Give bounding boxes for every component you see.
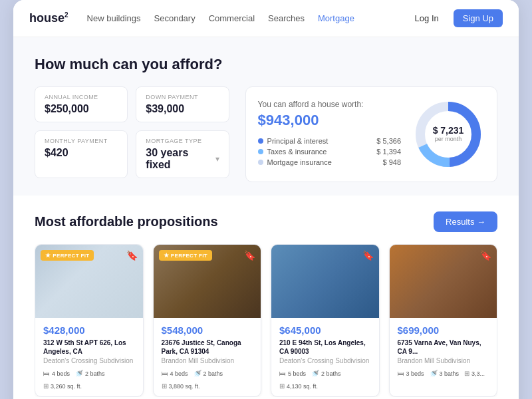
sqft-1: ⊞3,260 sq. ft.	[43, 382, 82, 390]
bath-icon-3: 🚿	[311, 370, 319, 377]
beds-1: 🛏4 beds	[43, 370, 70, 377]
card-subdivision-2: Brandon Mill Subdivision	[162, 357, 253, 364]
breakdown-taxes: Taxes & insurance $ 1,394	[258, 148, 401, 156]
annual-income-value: $250,000	[45, 103, 118, 115]
down-payment-value: $39,000	[146, 103, 219, 115]
logo[interactable]: house2	[29, 11, 68, 25]
perfect-fit-badge-2: ★ PERFECT FIT	[159, 250, 212, 261]
baths-2: 🚿2 baths	[194, 370, 223, 377]
nav-commercial[interactable]: Commercial	[209, 12, 255, 25]
bed-icon: 🛏	[43, 370, 50, 377]
app-container: house2 New buildings Secondary Commercia…	[13, 0, 519, 399]
area-icon-2: ⊞	[162, 382, 167, 390]
card-price-1: $428,000	[43, 325, 135, 336]
property-card-3[interactable]: 🔖 $645,000 210 E 94th St, Los Angeles, C…	[271, 244, 380, 397]
nav-searches[interactable]: Searches	[268, 12, 305, 25]
nav-mortgage[interactable]: Mortgage	[318, 12, 354, 25]
breakdown-mortgage-insurance: Mortgage insurance $ 948	[258, 158, 401, 166]
bath-icon: 🚿	[75, 370, 83, 377]
area-icon-4: ⊞	[464, 370, 469, 377]
annual-income-field[interactable]: ANNUAL INCOME $250,000	[35, 86, 128, 122]
card-price-3: $645,000	[279, 325, 371, 336]
perfect-fit-badge-1: ★ PERFECT FIT	[41, 250, 94, 261]
mortgage-type-value: 30 years fixed	[146, 147, 215, 171]
beds-2: 🛏4 beds	[162, 370, 188, 377]
property-card-2[interactable]: ★ PERFECT FIT 🔖 $548,000 23676 Justice S…	[153, 244, 262, 397]
baths-4: 🚿3 baths	[430, 370, 460, 377]
card-image-4: 🔖	[390, 245, 497, 318]
sqft-2: ⊞3,880 sq. ft.	[162, 382, 200, 390]
header: house2 New buildings Secondary Commercia…	[13, 0, 519, 37]
propositions-header: Most affordable propositions Results →	[35, 211, 497, 232]
sqft-3: ⊞4,130 sq. ft.	[279, 382, 318, 390]
card-features-2: 🛏4 beds 🚿2 baths ⊞3,880 sq. ft.	[162, 370, 253, 390]
baths-1: 🚿2 baths	[75, 370, 105, 377]
card-body-2: $548,000 23676 Justice St, Canoga Park, …	[154, 318, 261, 396]
main-nav: New buildings Secondary Commercial Searc…	[87, 12, 407, 25]
card-address-3: 210 E 94th St, Los Angeles, CA 90003	[279, 338, 371, 356]
bookmark-icon-1[interactable]: 🔖	[126, 250, 138, 261]
bed-icon-3: 🛏	[279, 370, 286, 377]
baths-3: 🚿2 baths	[311, 370, 341, 377]
bookmark-icon-3[interactable]: 🔖	[362, 250, 374, 261]
bath-icon-2: 🚿	[194, 370, 201, 377]
header-actions: Log In Sign Up	[407, 9, 503, 27]
mortgage-type-field[interactable]: MORTGAGE TYPE 30 years fixed ▾	[136, 130, 229, 178]
card-body-4: $699,000 6735 Varna Ave, Van Nuys, CA 9.…	[390, 318, 497, 384]
down-payment-label: DOWN PAYMENT	[146, 94, 219, 100]
property-card-1[interactable]: ★ PERFECT FIT 🔖 $428,000 312 W 5th St AP…	[35, 244, 144, 397]
card-image-3: 🔖	[271, 245, 379, 318]
mortgage-insurance-dot	[258, 160, 263, 165]
card-address-2: 23676 Justice St, Canoga Park, CA 91304	[162, 338, 253, 356]
nav-new-buildings[interactable]: New buildings	[87, 12, 141, 25]
bookmark-icon-4[interactable]: 🔖	[480, 250, 491, 261]
area-icon: ⊞	[43, 382, 49, 390]
cards-row: ★ PERFECT FIT 🔖 $428,000 312 W 5th St AP…	[35, 244, 497, 397]
property-card-4[interactable]: 🔖 $699,000 6735 Varna Ave, Van Nuys, CA …	[389, 244, 498, 397]
card-subdivision-4: Brandon Mill Subdivision	[398, 357, 489, 364]
nav-secondary[interactable]: Secondary	[154, 12, 196, 25]
logo-text: house	[29, 11, 65, 25]
down-payment-field[interactable]: DOWN PAYMENT $39,000	[136, 86, 229, 122]
card-image-1: ★ PERFECT FIT 🔖	[35, 245, 143, 318]
propositions-section: Most affordable propositions Results → ★…	[13, 196, 519, 399]
mortgage-type-label: MORTGAGE TYPE	[146, 138, 219, 144]
mortgage-type-row: 30 years fixed ▾	[146, 147, 219, 171]
monthly-payment-value: $420	[45, 147, 118, 159]
propositions-title: Most affordable propositions	[35, 214, 218, 229]
principal-dot	[258, 138, 263, 144]
beds-4: 🛏3 beds	[398, 370, 424, 377]
calculator-section: How much can you afford? ANNUAL INCOME $…	[13, 37, 519, 196]
card-features-3: 🛏5 beds 🚿2 baths ⊞4,130 sq. ft.	[279, 370, 371, 390]
star-icon: ★	[45, 252, 51, 259]
signup-button[interactable]: Sign Up	[454, 9, 503, 27]
result-panel: You can afford a house worth: $943,000 P…	[245, 86, 497, 182]
bed-icon-4: 🛏	[398, 370, 404, 377]
input-grid: ANNUAL INCOME $250,000 DOWN PAYMENT $39,…	[35, 86, 229, 178]
area-icon-3: ⊞	[279, 382, 285, 390]
card-features-1: 🛏4 beds 🚿2 baths ⊞3,260 sq. ft.	[43, 370, 135, 390]
card-features-4: 🛏3 beds 🚿3 baths ⊞3,3...	[398, 370, 489, 377]
card-price-4: $699,000	[398, 325, 489, 336]
card-address-4: 6735 Varna Ave, Van Nuys, CA 9...	[398, 338, 489, 356]
results-button[interactable]: Results →	[434, 211, 497, 232]
donut-chart: $ 7,231 per month	[412, 98, 485, 171]
monthly-payment-field[interactable]: MONTHLY PAYMENT $420	[35, 130, 128, 178]
bookmark-icon-2[interactable]: 🔖	[244, 250, 255, 261]
donut-label: per month	[433, 136, 464, 144]
monthly-payment-label: MONTHLY PAYMENT	[45, 138, 118, 144]
logo-sup: 2	[65, 11, 68, 19]
card-body-3: $645,000 210 E 94th St, Los Angeles, CA …	[271, 318, 379, 396]
result-info: You can afford a house worth: $943,000 P…	[258, 100, 401, 169]
sqft-4: ⊞3,3...	[464, 370, 485, 377]
beds-3: 🛏5 beds	[279, 370, 306, 377]
card-subdivision-1: Deaton's Crossing Subdivision	[43, 357, 135, 364]
card-price-2: $548,000	[162, 325, 253, 336]
login-button[interactable]: Log In	[407, 9, 447, 27]
card-image-2: ★ PERFECT FIT 🔖	[154, 245, 261, 318]
principal-value: $ 5,366	[376, 137, 401, 145]
calculator-title: How much can you afford?	[35, 56, 497, 73]
card-body-1: $428,000 312 W 5th St APT 626, Los Angel…	[35, 318, 143, 396]
bed-icon-2: 🛏	[162, 370, 168, 377]
bath-icon-4: 🚿	[430, 370, 438, 377]
